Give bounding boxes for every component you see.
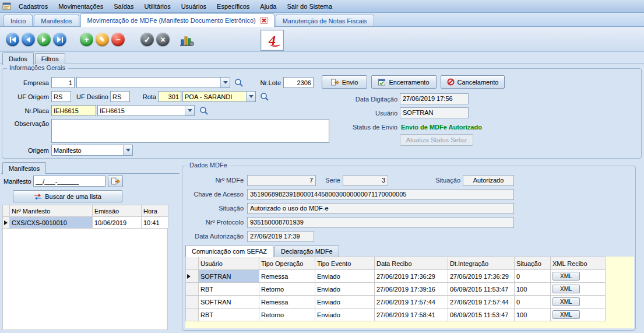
search-icon bbox=[199, 106, 209, 115]
xml-recibo-button[interactable]: XML bbox=[552, 297, 580, 306]
cell-tipo-evento[interactable]: Enviado bbox=[315, 309, 375, 321]
menu-item-movimentacoes[interactable]: Movimentações bbox=[53, 0, 108, 12]
table-row: RBT Retorno Enviado 27/06/2019 17:58:41 … bbox=[186, 309, 606, 321]
menu-item-utilitarios[interactable]: Utilitários bbox=[139, 0, 175, 12]
manifesto-send-button[interactable] bbox=[108, 175, 123, 187]
manifesto-mask-field[interactable] bbox=[33, 176, 105, 187]
chevron-down-icon[interactable] bbox=[123, 145, 132, 155]
uf-destino-field[interactable] bbox=[110, 91, 130, 102]
chevron-down-icon[interactable] bbox=[220, 78, 230, 87]
nav-first-button[interactable] bbox=[6, 33, 19, 46]
cell-usuario[interactable]: RBT bbox=[199, 283, 259, 296]
nav-last-button[interactable] bbox=[53, 33, 66, 46]
nrlote-field[interactable] bbox=[283, 77, 314, 88]
menu-item-usuarios[interactable]: Usuários bbox=[176, 0, 212, 12]
column-header: Data Recibo bbox=[375, 257, 448, 270]
placa-search-button[interactable] bbox=[198, 105, 210, 116]
column-header: Situação bbox=[515, 257, 551, 270]
tab-declaracao-mdfe[interactable]: Declaração MDFe bbox=[275, 246, 339, 257]
rota-code-field[interactable] bbox=[158, 91, 181, 102]
cell-data-recibo[interactable]: 27/06/2019 17:57:44 bbox=[375, 296, 448, 309]
cell-tipo-evento[interactable]: Enviado bbox=[315, 270, 375, 283]
atualiza-status-sefaz-button[interactable]: Atualiza Status Sefaz bbox=[400, 134, 473, 146]
tab-inicio[interactable]: Início bbox=[3, 15, 33, 26]
buscar-lista-button[interactable]: Buscar de uma lista bbox=[13, 190, 122, 202]
cell-usuario[interactable]: SOFTRAN bbox=[199, 296, 259, 309]
empresa-code-field[interactable] bbox=[51, 77, 75, 88]
menu-item-cadastros[interactable]: Cadastros bbox=[13, 0, 53, 12]
cell-dt-integracao[interactable]: 06/09/2015 11:53:47 bbox=[448, 309, 515, 321]
x-icon: × bbox=[160, 36, 165, 44]
tab-filtros[interactable]: Filtros bbox=[35, 53, 65, 64]
tab-dados[interactable]: Dados bbox=[2, 52, 34, 65]
status-envio-label: Status de Envio bbox=[339, 124, 397, 131]
cancel-button[interactable]: × bbox=[156, 33, 170, 46]
cell-dt-integracao[interactable]: 06/09/2015 11:53:47 bbox=[448, 283, 515, 296]
menu-item-ajuda[interactable]: Ajuda bbox=[255, 0, 281, 12]
nrplaca-combo[interactable]: IEH6615 bbox=[97, 105, 195, 116]
cell-data-recibo[interactable]: 27/06/2019 17:36:29 bbox=[375, 270, 448, 283]
chevron-down-icon[interactable] bbox=[185, 106, 194, 115]
empresa-combo[interactable] bbox=[76, 77, 230, 88]
data-autorizacao-value: 27/06/2019 17:39 bbox=[247, 231, 314, 242]
cell-data-recibo[interactable]: 27/06/2019 17:39:16 bbox=[375, 283, 448, 296]
uf-origem-field[interactable] bbox=[51, 91, 71, 102]
cell-usuario[interactable]: RBT bbox=[199, 309, 259, 321]
cell-hora[interactable]: 10:41 bbox=[142, 217, 168, 229]
cell-tipo-evento[interactable]: Enviado bbox=[315, 296, 375, 309]
close-tab-icon[interactable] bbox=[261, 17, 268, 24]
tab-manifestos[interactable]: Manifestos bbox=[34, 15, 79, 26]
main-tab-bar: Início Manifestos Movimentação de MDFe (… bbox=[0, 13, 644, 27]
origem-combo[interactable]: Manifesto bbox=[51, 145, 133, 156]
nav-next-button[interactable] bbox=[37, 33, 51, 46]
tab-comunicacao-sefaz[interactable]: Comunicação com SEFAZ bbox=[185, 245, 273, 257]
cell-situacao[interactable]: 100 bbox=[515, 309, 551, 321]
menu-item-saidas[interactable]: Saídas bbox=[108, 0, 139, 12]
cell-emissao[interactable]: 10/06/2019 bbox=[93, 217, 142, 229]
empresa-search-button[interactable] bbox=[233, 77, 245, 88]
cell-tipo-operacao[interactable]: Remessa bbox=[259, 270, 315, 283]
cell-usuario[interactable]: SOFTRAN bbox=[199, 270, 259, 283]
cell-tipo-operacao[interactable]: Remessa bbox=[259, 296, 315, 309]
rota-search-button[interactable] bbox=[259, 91, 270, 102]
rota-combo[interactable]: POA - SARANDI bbox=[182, 91, 256, 102]
observacao-input[interactable] bbox=[51, 119, 329, 143]
cell-tipo-evento[interactable]: Enviado bbox=[315, 283, 375, 296]
cell-tipo-operacao[interactable]: Retorno bbox=[259, 309, 315, 321]
cell-situacao[interactable]: 0 bbox=[515, 296, 551, 309]
tab-movimentacao-mdfe[interactable]: Movimentação de MDFe (Manifesto Document… bbox=[80, 13, 275, 27]
cell-nr-manifesto[interactable]: CXS/CXS-0010010 bbox=[10, 217, 93, 229]
first-icon bbox=[10, 37, 11, 43]
confirm-button[interactable]: ✓ bbox=[140, 33, 154, 46]
xml-recibo-button[interactable]: XML bbox=[552, 285, 580, 293]
cell-situacao[interactable]: 0 bbox=[515, 270, 551, 283]
menu-item-sair-do-sistema[interactable]: Sair do Sistema bbox=[281, 0, 337, 12]
tab-manutencao-notas-fiscais[interactable]: Manutenção de Notas Fiscais bbox=[276, 15, 374, 26]
encerramento-button[interactable]: Encerramento bbox=[371, 75, 437, 89]
xml-recibo-button[interactable]: XML bbox=[552, 310, 580, 319]
cell-situacao[interactable]: 100 bbox=[515, 283, 551, 296]
nav-previous-button[interactable] bbox=[22, 33, 35, 46]
column-header: Dt.Integração bbox=[448, 257, 515, 270]
tab-manifestos-panel[interactable]: Manifestos bbox=[2, 162, 46, 174]
delete-button[interactable]: − bbox=[111, 33, 125, 46]
edit-button[interactable]: ✎ bbox=[96, 33, 109, 46]
chave-acesso-label: Chave de Acesso bbox=[185, 191, 244, 198]
application-window: Cadastros Movimentações Saídas Utilitári… bbox=[0, 0, 644, 333]
chevron-down-icon[interactable] bbox=[246, 92, 255, 101]
cancelamento-button[interactable]: Cancelamento bbox=[441, 75, 505, 89]
cell-dt-integracao[interactable]: 27/06/2019 17:57:44 bbox=[448, 296, 515, 309]
indicator-header bbox=[186, 257, 199, 270]
add-button[interactable]: + bbox=[80, 33, 93, 46]
cell-data-recibo[interactable]: 27/06/2019 17:58:41 bbox=[375, 309, 448, 321]
envio-button[interactable]: Envio bbox=[322, 75, 367, 89]
xml-recibo-button[interactable]: XML bbox=[552, 272, 580, 281]
check-icon: ✓ bbox=[144, 36, 151, 44]
cell-dt-integracao[interactable]: 27/06/2019 17:36:29 bbox=[448, 270, 515, 283]
chart-button[interactable] bbox=[180, 33, 195, 47]
row-indicator bbox=[186, 309, 199, 321]
situacao-desc-value: Autorizado o uso do MDF-e bbox=[247, 203, 514, 214]
menu-item-especificos[interactable]: Específicos bbox=[212, 0, 255, 12]
nrplaca-field[interactable] bbox=[51, 105, 96, 116]
cell-tipo-operacao[interactable]: Retorno bbox=[259, 283, 315, 296]
